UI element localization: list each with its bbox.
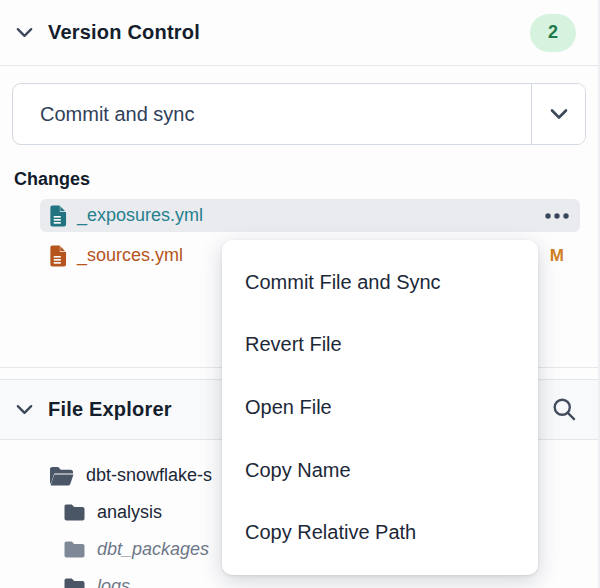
menu-item-copy-name[interactable]: Copy Name [222,439,538,502]
search-icon[interactable] [551,396,578,423]
menu-item-revert-file[interactable]: Revert File [222,314,538,377]
menu-item-commit-file-and-sync[interactable]: Commit File and Sync [222,251,538,314]
file-explorer-title: File Explorer [48,398,172,421]
changed-file-row-exposures[interactable]: _exposures.yml [40,199,580,232]
changes-count-badge: 2 [530,14,576,52]
chevron-down-icon[interactable] [14,22,35,43]
chevron-down-icon[interactable] [14,399,35,420]
yml-file-icon [48,204,67,228]
commit-dropdown[interactable]: Commit and sync [12,83,586,145]
yml-file-icon [48,244,67,268]
version-control-header[interactable]: Version Control 2 [0,0,598,66]
folder-icon [63,577,86,588]
folder-icon [63,503,86,522]
modified-status-badge: M [550,246,570,266]
file-context-menu: Commit File and Sync Revert File Open Fi… [222,240,538,575]
folder-open-icon [48,465,75,487]
changed-file-name[interactable]: _sources.yml [77,245,183,266]
more-options-icon[interactable] [544,212,570,220]
folder-icon [63,540,86,559]
tree-item-name[interactable]: dbt-snowflake-s [86,465,212,486]
changes-section-label: Changes [14,169,598,190]
menu-item-copy-relative-path[interactable]: Copy Relative Path [222,501,538,564]
tree-item-name[interactable]: logs [97,576,130,588]
chevron-down-icon [548,103,570,125]
commit-dropdown-label[interactable]: Commit and sync [13,84,531,144]
changed-file-name[interactable]: _exposures.yml [77,205,203,226]
menu-item-open-file[interactable]: Open File [222,376,538,439]
tree-item-name[interactable]: dbt_packages [97,539,209,560]
tree-item-name[interactable]: analysis [97,502,162,523]
commit-dropdown-toggle[interactable] [531,84,585,144]
version-control-title: Version Control [48,21,200,44]
